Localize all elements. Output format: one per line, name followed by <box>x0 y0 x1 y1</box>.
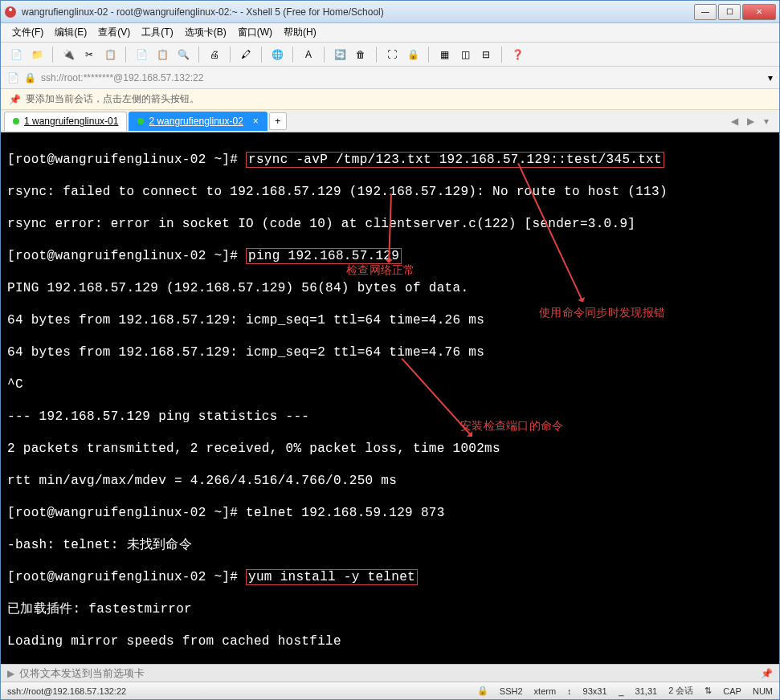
menu-tools[interactable]: 工具(T) <box>137 24 178 41</box>
status-size: 93x31 <box>583 686 607 696</box>
help-button[interactable]: ❓ <box>508 46 526 63</box>
titlebar: wangrufienglinux-02 - root@wangruifengli… <box>1 1 779 23</box>
separator <box>292 47 293 63</box>
tab-next-button[interactable]: ▶ <box>744 115 757 128</box>
status-ssh-icon: 🔒 <box>477 686 488 696</box>
highlight-ping: ping 192.168.57.129 <box>246 248 402 264</box>
close-button[interactable]: ✕ <box>742 4 776 20</box>
add-tab-button[interactable]: + <box>269 112 287 130</box>
menubar: 文件(F) 编辑(E) 查看(V) 工具(T) 选项卡(B) 窗口(W) 帮助(… <box>1 23 779 43</box>
properties-button[interactable]: 📋 <box>101 46 119 63</box>
infobar: 📌 要添加当前会话，点击左侧的箭头按钮。 <box>1 89 779 110</box>
layout3-button[interactable]: ⊟ <box>477 46 495 63</box>
send-icon[interactable]: ▶ <box>7 668 14 679</box>
infobar-text: 要添加当前会话，点击左侧的箭头按钮。 <box>26 92 199 106</box>
separator <box>230 47 231 63</box>
status-dot <box>13 118 19 124</box>
print-button[interactable]: 🖨 <box>206 46 223 63</box>
addressbar: 📄 🔒 ▾ <box>1 67 779 89</box>
separator <box>324 47 325 63</box>
reconnect-button[interactable]: 🔌 <box>59 46 77 63</box>
dropdown-icon[interactable]: ▾ <box>768 72 773 83</box>
sendbar-pin-icon[interactable]: 📌 <box>761 668 773 679</box>
tab-prev-button[interactable]: ◀ <box>728 115 741 128</box>
status-pos-icon: ⎯ <box>619 686 624 696</box>
menu-window[interactable]: 窗口(W) <box>233 24 277 41</box>
status-connection: ssh://root@192.168.57.132:22 <box>7 686 126 696</box>
lock-icon: 🔒 <box>24 72 36 83</box>
status-size-icon: ↕ <box>567 686 572 696</box>
open-button[interactable]: 📁 <box>28 46 46 63</box>
status-updown-icon: ⇅ <box>704 686 712 696</box>
menu-file[interactable]: 文件(F) <box>7 24 48 41</box>
separator <box>501 47 502 63</box>
statusbar: ssh://root@192.168.57.132:22 🔒 SSH2 xter… <box>1 682 779 699</box>
status-sessions: 2 会话 <box>668 685 693 697</box>
paste-button[interactable]: 📋 <box>153 46 171 63</box>
separator <box>125 47 126 63</box>
annotation-3: 安装检查端口的命令 <box>460 418 564 434</box>
tab-session-2[interactable]: 2 wangrufienglinux-02 × <box>129 112 267 131</box>
host-icon: 📄 <box>7 72 19 83</box>
minimize-button[interactable]: — <box>694 4 717 20</box>
send-input[interactable] <box>19 667 756 679</box>
disconnect-button[interactable]: ✂ <box>80 46 98 63</box>
copy-button[interactable]: 📄 <box>133 46 150 63</box>
status-cap: CAP <box>723 686 741 696</box>
menu-tabs[interactable]: 选项卡(B) <box>180 24 231 41</box>
app-icon <box>4 6 17 18</box>
clear-button[interactable]: 🗑 <box>352 46 370 63</box>
annotation-2: 使用命令同步时发现报错 <box>539 305 665 321</box>
status-pos: 31,31 <box>635 686 658 696</box>
tab-label: 2 wangrufienglinux-02 <box>149 116 243 127</box>
separator <box>198 47 199 63</box>
tab-menu-button[interactable]: ▾ <box>760 115 773 128</box>
menu-edit[interactable]: 编辑(E) <box>50 24 92 41</box>
menu-help[interactable]: 帮助(H) <box>279 24 321 41</box>
app-window: wangrufienglinux-02 - root@wangruifengli… <box>0 0 780 700</box>
terminal[interactable]: [root@wangruifenglinux-02 ~]# rsync -avP… <box>1 132 779 664</box>
separator <box>428 47 429 63</box>
highlight-rsync: rsync -avP /tmp/123.txt 192.168.57.129::… <box>246 152 664 168</box>
maximize-button[interactable]: ☐ <box>718 4 741 20</box>
toolbar: 📄 📁 🔌 ✂ 📋 📄 📋 🔍 🖨 🖍 🌐 A 🔄 🗑 ⛶ 🔒 ▦ ◫ ⊟ ❓ <box>1 43 779 67</box>
new-button[interactable]: 📄 <box>7 46 25 63</box>
status-num: NUM <box>753 686 773 696</box>
lock-button[interactable]: 🔒 <box>404 46 422 63</box>
highlight-yum: yum install -y telnet <box>246 569 418 585</box>
svg-point-1 <box>9 8 12 11</box>
status-term: xterm <box>534 686 557 696</box>
separator <box>376 47 377 63</box>
fullscreen-button[interactable]: ⛶ <box>383 46 401 63</box>
sendbar: ▶ 📌 <box>1 664 779 682</box>
tab-label: 1 wangruifenglinux-01 <box>24 116 118 127</box>
search-button[interactable]: 🔍 <box>174 46 192 63</box>
status-dot <box>137 118 144 124</box>
refresh-button[interactable]: 🔄 <box>331 46 349 63</box>
address-input[interactable] <box>41 72 763 83</box>
font-button[interactable]: A <box>300 46 317 63</box>
tabbar: 1 wangruifenglinux-01 2 wangrufienglinux… <box>1 110 779 132</box>
pin-icon[interactable]: 📌 <box>9 94 21 105</box>
globe-button[interactable]: 🌐 <box>268 46 286 63</box>
layout2-button[interactable]: ◫ <box>456 46 474 63</box>
highlight-button[interactable]: 🖍 <box>237 46 255 63</box>
tab-close-icon[interactable]: × <box>253 116 259 127</box>
window-title: wangrufienglinux-02 - root@wangruifengli… <box>22 6 694 18</box>
status-ssh: SSH2 <box>500 686 523 696</box>
menu-view[interactable]: 查看(V) <box>93 24 135 41</box>
annotation-1: 检查网络正常 <box>346 262 415 279</box>
tab-session-1[interactable]: 1 wangruifenglinux-01 <box>4 112 127 131</box>
separator <box>52 47 53 63</box>
layout-button[interactable]: ▦ <box>435 46 453 63</box>
separator <box>261 47 262 63</box>
